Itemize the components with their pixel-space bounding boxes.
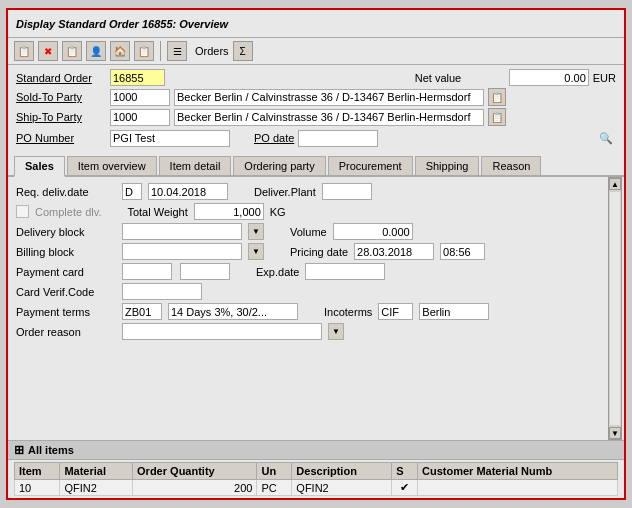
all-items-icon[interactable]: ⊞: [14, 443, 24, 457]
toolbar-icon-3[interactable]: 📋: [62, 41, 82, 61]
incoterms-code[interactable]: [378, 303, 413, 320]
tabs-bar: Sales Item overview Item detail Ordering…: [8, 152, 624, 177]
ship-to-copy-icon[interactable]: 📋: [488, 108, 506, 126]
payment-terms-code[interactable]: [122, 303, 162, 320]
toolbar-icon-4[interactable]: 👤: [86, 41, 106, 61]
col-item: Item: [15, 463, 60, 480]
net-value-label: Net value: [415, 72, 505, 84]
payment-terms-desc[interactable]: [168, 303, 298, 320]
cell-material: QFIN2: [60, 480, 133, 496]
tab-reason[interactable]: Reason: [481, 156, 541, 175]
sold-to-name[interactable]: [174, 89, 484, 106]
payment-terms-label: Payment terms: [16, 306, 116, 318]
req-deliv-d[interactable]: [122, 183, 142, 200]
complete-dlv-checkbox[interactable]: [16, 205, 29, 218]
exp-date-section: Exp.date: [256, 263, 385, 280]
po-date-label[interactable]: PO date: [254, 132, 294, 144]
tab-item-detail[interactable]: Item detail: [159, 156, 232, 175]
scroll-track: [610, 192, 620, 425]
card-verif-input[interactable]: [122, 283, 202, 300]
deliver-plant-section: Deliver.Plant: [254, 183, 372, 200]
row-req-deliv: Req. deliv.date Deliver.Plant: [16, 183, 616, 200]
toolbar-icon-6[interactable]: 📋: [134, 41, 154, 61]
tab-item-overview[interactable]: Item overview: [67, 156, 157, 175]
tab-ordering-party[interactable]: Ordering party: [233, 156, 325, 175]
tab-sales[interactable]: Sales: [14, 156, 65, 177]
col-order-qty: Order Quantity: [133, 463, 257, 480]
toolbar-separator: [160, 41, 161, 61]
incoterms-label: Incoterms: [324, 306, 372, 318]
std-order-label[interactable]: Standard Order: [16, 72, 106, 84]
ship-to-row: Ship-To Party 📋: [16, 108, 616, 126]
content-scrollbar[interactable]: ▲ ▼: [608, 177, 622, 440]
sold-to-copy-icon[interactable]: 📋: [488, 88, 506, 106]
billing-block-input[interactable]: [122, 243, 242, 260]
total-weight-section: Total Weight KG: [127, 203, 285, 220]
card-verif-label: Card Verif.Code: [16, 286, 116, 298]
tab-procurement[interactable]: Procurement: [328, 156, 413, 175]
table-row[interactable]: 10 QFIN2 200 PC QFIN2 ✔: [15, 480, 618, 496]
row-card-verif: Card Verif.Code: [16, 283, 616, 300]
scroll-down-btn[interactable]: ▼: [609, 427, 621, 439]
net-value-input[interactable]: [509, 69, 589, 86]
billing-block-label: Billing block: [16, 246, 116, 258]
complete-dlv-label: Complete dlv.: [35, 206, 101, 218]
po-input[interactable]: [110, 130, 230, 147]
row-payment-terms: Payment terms Incoterms: [16, 303, 616, 320]
sum-icon[interactable]: Σ: [233, 41, 253, 61]
col-s: S: [392, 463, 418, 480]
header-section: Standard Order Net value EUR Sold-To Par…: [8, 65, 624, 152]
total-weight-label: Total Weight: [127, 206, 187, 218]
sold-to-code[interactable]: [110, 89, 170, 106]
col-description: Description: [292, 463, 392, 480]
deliver-plant-input[interactable]: [322, 183, 372, 200]
col-un: Un: [257, 463, 292, 480]
billing-block-dropdown[interactable]: ▼: [248, 243, 264, 260]
incoterms-section: Incoterms: [324, 303, 489, 320]
ship-to-name[interactable]: [174, 109, 484, 126]
toolbar-icon-1[interactable]: 📋: [14, 41, 34, 61]
payment-card-input2[interactable]: [180, 263, 230, 280]
volume-input[interactable]: [333, 223, 413, 240]
pricing-time-input[interactable]: [440, 243, 485, 260]
delivery-block-input[interactable]: [122, 223, 242, 240]
row-payment-card: Payment card Exp.date: [16, 263, 616, 280]
req-deliv-label: Req. deliv.date: [16, 186, 116, 198]
cell-order-qty: 200: [133, 480, 257, 496]
exp-date-label: Exp.date: [256, 266, 299, 278]
standard-order-row: Standard Order Net value EUR: [16, 69, 616, 86]
ship-to-code[interactable]: [110, 109, 170, 126]
po-icon-btn[interactable]: 🔍: [596, 128, 616, 148]
ship-to-label[interactable]: Ship-To Party: [16, 111, 106, 123]
exp-date-input[interactable]: [305, 263, 385, 280]
order-reason-dropdown[interactable]: ▼: [328, 323, 344, 340]
col-cust-mat: Customer Material Numb: [418, 463, 618, 480]
po-date-input[interactable]: [298, 130, 378, 147]
main-window: Display Standard Order 16855: Overview 📋…: [6, 8, 626, 500]
cell-s: ✔: [392, 480, 418, 496]
pricing-date-label: Pricing date: [290, 246, 348, 258]
std-order-input[interactable]: [110, 69, 165, 86]
tab-shipping[interactable]: Shipping: [415, 156, 480, 175]
currency-label: EUR: [593, 72, 616, 84]
row-delivery-block: Delivery block ▼ Volume: [16, 223, 616, 240]
scroll-up-btn[interactable]: ▲: [609, 178, 621, 190]
pricing-date-input[interactable]: [354, 243, 434, 260]
items-table: Item Material Order Quantity Un Descript…: [14, 462, 618, 496]
payment-card-input[interactable]: [122, 263, 172, 280]
order-reason-input[interactable]: [122, 323, 322, 340]
orders-label[interactable]: Orders: [195, 45, 229, 57]
sold-to-label[interactable]: Sold-To Party: [16, 91, 106, 103]
total-weight-input[interactable]: [194, 203, 264, 220]
order-reason-label: Order reason: [16, 326, 116, 338]
row-order-reason: Order reason ▼: [16, 323, 616, 340]
volume-label: Volume: [290, 226, 327, 238]
toolbar-icon-2[interactable]: ✖: [38, 41, 58, 61]
req-deliv-date[interactable]: [148, 183, 228, 200]
orders-icon[interactable]: ☰: [167, 41, 187, 61]
po-label[interactable]: PO Number: [16, 132, 106, 144]
cell-description: QFIN2: [292, 480, 392, 496]
incoterms-place[interactable]: [419, 303, 489, 320]
toolbar-icon-5[interactable]: 🏠: [110, 41, 130, 61]
delivery-block-dropdown[interactable]: ▼: [248, 223, 264, 240]
